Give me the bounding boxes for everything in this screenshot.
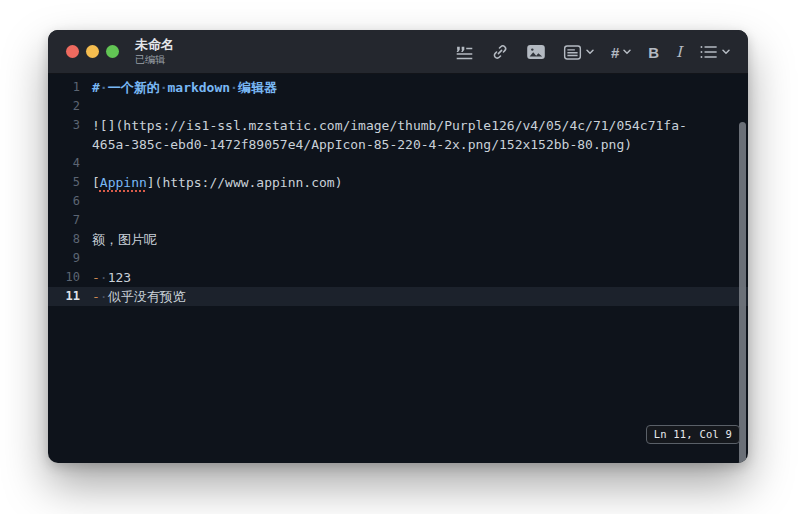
editor-line-current[interactable]: 11-·似乎没有预览 [48, 287, 748, 306]
bold-icon: B [648, 44, 659, 61]
line-number: 8 [48, 230, 80, 249]
link-icon [491, 43, 509, 61]
code-segment-heading: 一个新的 [108, 80, 160, 95]
insert-link-button[interactable] [487, 39, 513, 65]
line-number: 9 [48, 249, 80, 268]
line-number: 3 [48, 116, 80, 135]
line-number: 6 [48, 192, 80, 211]
traffic-lights [66, 45, 119, 58]
code-segment-default: 似乎没有预览 [108, 289, 186, 304]
markdown-editor-window: 未命名 已编辑 [48, 30, 748, 463]
code-segment-hdot: · [230, 80, 238, 95]
editor-line[interactable]: 2 [48, 97, 748, 116]
bold-button[interactable]: B [644, 40, 663, 65]
close-button[interactable] [66, 45, 79, 58]
editor-line[interactable]: 5[Appinn](https://www.appinn.com) [48, 173, 748, 192]
code-segment-default: 465a-385c-ebd0-1472f89057e4/AppIcon-85-2… [92, 137, 632, 152]
line-content [80, 211, 92, 230]
list-button[interactable] [695, 40, 734, 64]
line-number: 4 [48, 154, 80, 173]
editor-lines: 1#·一个新的·markdown·编辑器23![](https://is1-ss… [48, 78, 748, 306]
code-segment-heading: markdown [167, 80, 230, 95]
panel-icon [563, 44, 582, 61]
image-icon [526, 43, 546, 61]
toolbar: # B I [451, 30, 734, 74]
line-content [80, 192, 92, 211]
insert-panel-button[interactable] [559, 40, 598, 65]
blockquote-button[interactable] [451, 40, 478, 65]
code-segment-link: Appinn [100, 175, 147, 190]
chevron-down-icon [623, 49, 631, 55]
blockquote-icon [455, 44, 474, 61]
code-segment-heading: 编辑器 [238, 80, 277, 95]
editor-line[interactable]: 9 [48, 249, 748, 268]
line-number: 7 [48, 211, 80, 230]
line-number: 5 [48, 173, 80, 192]
code-segment-hdot: · [100, 80, 108, 95]
line-content: 465a-385c-ebd0-1472f89057e4/AppIcon-85-2… [80, 135, 632, 154]
heading-icon: # [611, 44, 619, 61]
code-segment-default: ](https://www.appinn.com) [147, 175, 343, 190]
zoom-button[interactable] [106, 45, 119, 58]
italic-icon: I [676, 43, 682, 61]
line-content: #·一个新的·markdown·编辑器 [80, 78, 277, 97]
code-segment-default: 123 [108, 270, 131, 285]
line-number: 2 [48, 97, 80, 116]
titlebar: 未命名 已编辑 [48, 30, 748, 74]
code-segment-heading: # [92, 80, 100, 95]
line-number: 10 [48, 268, 80, 287]
window-title: 未命名 [135, 38, 174, 52]
heading-button[interactable]: # [607, 40, 635, 65]
code-segment-default: ![](https://is1-ssl.mzstatic.com/image/t… [92, 118, 687, 133]
chevron-down-icon [586, 49, 594, 55]
line-number: 11 [48, 287, 80, 306]
line-number: 1 [48, 78, 80, 97]
line-content: -·123 [80, 268, 131, 287]
list-icon [699, 44, 718, 60]
line-content: [Appinn](https://www.appinn.com) [80, 173, 342, 192]
line-content: ![](https://is1-ssl.mzstatic.com/image/t… [80, 116, 687, 135]
insert-image-button[interactable] [522, 39, 550, 65]
editor-line[interactable]: 8额，图片呢 [48, 230, 748, 249]
editor-line[interactable]: 3![](https://is1-ssl.mzstatic.com/image/… [48, 116, 748, 135]
vertical-scrollbar[interactable] [739, 122, 746, 463]
italic-button[interactable]: I [672, 39, 686, 65]
code-segment-default: [ [92, 175, 100, 190]
editor-line[interactable]: 10-·123 [48, 268, 748, 287]
editor-line[interactable]: 465a-385c-ebd0-1472f89057e4/AppIcon-85-2… [48, 135, 748, 154]
code-segment-default: 额，图片呢 [92, 232, 157, 247]
editor-line[interactable]: 7 [48, 211, 748, 230]
code-segment-dot: · [100, 289, 108, 304]
editor-line[interactable]: 1#·一个新的·markdown·编辑器 [48, 78, 748, 97]
editor-pane[interactable]: 1#·一个新的·markdown·编辑器23![](https://is1-ss… [48, 74, 748, 462]
editor-line[interactable]: 4 [48, 154, 748, 173]
line-content: 额，图片呢 [80, 230, 157, 249]
document-edited-status: 已编辑 [135, 54, 174, 65]
line-number [48, 135, 80, 154]
editor-line[interactable]: 6 [48, 192, 748, 211]
line-content [80, 249, 92, 268]
minimize-button[interactable] [86, 45, 99, 58]
line-content [80, 97, 92, 116]
line-content [80, 154, 92, 173]
code-segment-orange: - [92, 289, 100, 304]
code-segment-dot: · [100, 270, 108, 285]
title-block: 未命名 已编辑 [135, 38, 174, 64]
code-segment-orange: - [92, 270, 100, 285]
line-content: -·似乎没有预览 [80, 287, 186, 306]
cursor-position-badge: Ln 11, Col 9 [646, 425, 740, 444]
chevron-down-icon [722, 49, 730, 55]
